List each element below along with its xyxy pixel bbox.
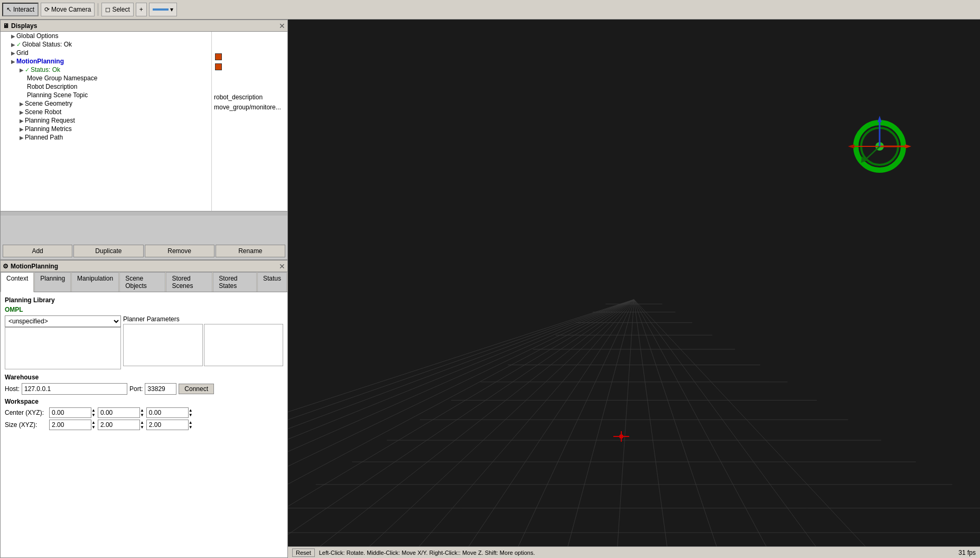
size-xyz-label: Size (XYZ):: [5, 421, 47, 429]
workspace-label: Workspace: [5, 398, 283, 405]
interact-button[interactable]: ↖ Interact: [2, 3, 39, 16]
item-label: Global Options: [16, 32, 58, 40]
tree-item-robot-desc[interactable]: Robot Description: [1, 82, 211, 91]
toolbar: ↖ Interact ⟳ Move Camera ◻ Select + ▾: [0, 0, 980, 20]
motion-planning-checkbox[interactable]: [215, 63, 222, 70]
interact-label: Interact: [13, 6, 34, 13]
svg-point-13: [619, 434, 623, 439]
down-arrow[interactable]: ▼: [140, 413, 144, 417]
planner-left: <unspecified>: [5, 315, 121, 369]
tree-item-grid[interactable]: ▶ Grid: [1, 49, 211, 57]
svg-marker-6: [848, 144, 854, 148]
tree-item-status-ok[interactable]: ▶ ✓ Status: Ok: [1, 66, 211, 74]
tree-item-global-status[interactable]: ▶ ✓ Global Status: Ok: [1, 40, 211, 49]
camera-icon: ⟳: [44, 6, 50, 13]
status-hint: Left-Click: Rotate. Middle-Click: Move X…: [319, 550, 535, 556]
motion-panel-close-icon[interactable]: ✕: [279, 262, 285, 271]
up-arrow[interactable]: ▲: [140, 408, 144, 413]
connect-button[interactable]: Connect: [179, 384, 214, 394]
host-input[interactable]: [22, 383, 127, 395]
tree-item-scene-geometry[interactable]: ▶ Scene Geometry: [1, 99, 211, 108]
rename-button[interactable]: Rename: [216, 245, 285, 257]
select-button[interactable]: ◻ Select: [101, 3, 133, 16]
displays-title-text: Displays: [11, 22, 37, 30]
scroll-divider[interactable]: [1, 211, 287, 216]
item-label: Scene Geometry: [25, 100, 72, 107]
tree-item-planning-request[interactable]: ▶ Planning Request: [1, 116, 211, 125]
size-z-wrapper: ▲ ▼: [146, 420, 193, 430]
up-arrow[interactable]: ▲: [91, 408, 96, 413]
grid-checkbox[interactable]: [215, 53, 222, 60]
add-button[interactable]: Add: [3, 245, 72, 257]
down-arrow[interactable]: ▼: [91, 413, 96, 417]
port-input[interactable]: [145, 383, 176, 395]
tree-item-planning-scene[interactable]: Planning Scene Topic: [1, 91, 211, 99]
down-arrow[interactable]: ▼: [91, 425, 96, 430]
size-y-input[interactable]: [98, 420, 140, 430]
tree-item-move-group-ns[interactable]: Move Group Namespace: [1, 74, 211, 82]
tab-manipulation[interactable]: Manipulation: [71, 272, 119, 292]
status-bar: Reset Left-Click: Rotate. Middle-Click: …: [288, 546, 980, 558]
size-z-input[interactable]: [146, 420, 189, 430]
displays-title: 🖥 Displays: [3, 22, 37, 30]
select-label: Select: [112, 6, 129, 13]
tab-status[interactable]: Status: [257, 272, 287, 292]
planner-params-label: Planner Parameters: [123, 315, 283, 323]
svg-marker-4: [905, 144, 911, 148]
ompl-label: OMPL: [5, 306, 283, 313]
move-camera-button[interactable]: ⟳ Move Camera: [41, 3, 95, 16]
tree-item-scene-robot[interactable]: ▶ Scene Robot: [1, 108, 211, 116]
center-x-wrapper: ▲ ▼: [49, 407, 96, 418]
arrow-button[interactable]: ▾: [149, 3, 177, 16]
tree-item-motion-planning[interactable]: ▶ MotionPlanning: [1, 57, 211, 66]
center-z-input[interactable]: [146, 407, 189, 418]
check-icon: ✓: [16, 41, 21, 48]
tab-planning[interactable]: Planning: [34, 272, 71, 292]
up-arrow[interactable]: ▲: [140, 420, 144, 425]
tab-stored-scenes[interactable]: Stored Scenes: [166, 272, 212, 292]
remove-button[interactable]: Remove: [145, 245, 214, 257]
warehouse-section: Warehouse Host: Port: Connect: [5, 374, 283, 395]
planner-params-boxes: [123, 324, 283, 366]
plus-button[interactable]: +: [136, 3, 147, 16]
tab-stored-states[interactable]: Stored States: [213, 272, 257, 292]
fps-badge: 31 fps: [958, 549, 976, 556]
displays-close-icon[interactable]: ✕: [279, 22, 285, 30]
planning-library-label: Planning Library: [5, 296, 283, 304]
tree-item-global-options[interactable]: ▶ Global Options: [1, 32, 211, 40]
center-y-arrows: ▲ ▼: [140, 408, 144, 417]
tab-context[interactable]: Context: [1, 272, 34, 292]
center-z-arrows: ▲ ▼: [189, 408, 193, 417]
expand-arrow: ▶: [20, 109, 24, 115]
size-x-input[interactable]: [49, 420, 91, 430]
down-arrow[interactable]: ▼: [189, 413, 193, 417]
up-arrow[interactable]: ▲: [189, 408, 193, 413]
down-arrow[interactable]: ▼: [189, 425, 193, 430]
duplicate-button[interactable]: Duplicate: [73, 245, 143, 257]
tree-item-planned-path[interactable]: ▶ Planned Path: [1, 133, 211, 142]
3d-viewport[interactable]: Reset Left-Click: Rotate. Middle-Click: …: [288, 20, 980, 558]
up-arrow[interactable]: ▲: [189, 420, 193, 425]
tree-item-planning-metrics[interactable]: ▶ Planning Metrics: [1, 125, 211, 133]
params-left-box[interactable]: [123, 324, 203, 366]
reset-button[interactable]: Reset: [292, 548, 315, 557]
down-arrow[interactable]: ▼: [140, 425, 144, 430]
item-label: Planned Path: [25, 134, 63, 141]
motion-icon: ⚙: [3, 263, 8, 270]
check-icon: ✓: [25, 67, 30, 73]
planner-select[interactable]: <unspecified>: [5, 315, 121, 327]
center-xyz-label: Center (XYZ):: [5, 409, 47, 416]
tab-scene-objects[interactable]: Scene Objects: [119, 272, 165, 292]
up-arrow[interactable]: ▲: [91, 420, 96, 425]
size-x-wrapper: ▲ ▼: [49, 420, 96, 430]
planner-right: Planner Parameters: [123, 315, 283, 369]
robot-marker: [613, 431, 629, 442]
expand-arrow: ▶: [11, 33, 15, 39]
planner-list-box[interactable]: [5, 327, 121, 369]
center-y-input[interactable]: [98, 407, 140, 418]
warehouse-label: Warehouse: [5, 374, 283, 381]
svg-marker-8: [878, 116, 882, 122]
params-right-box[interactable]: [204, 324, 284, 366]
item-label: Global Status: Ok: [22, 41, 72, 48]
center-x-input[interactable]: [49, 407, 91, 418]
